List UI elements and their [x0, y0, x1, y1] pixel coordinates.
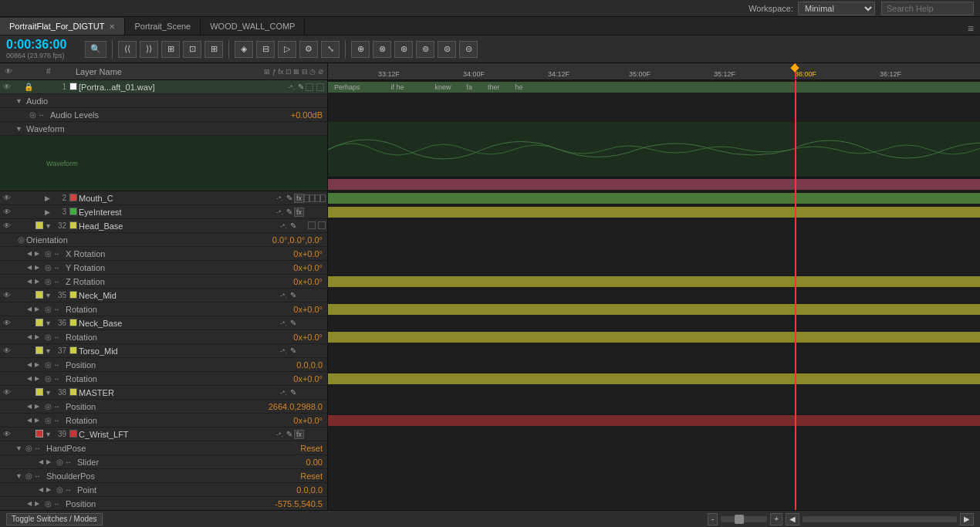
arrow-yrot-left[interactable]: ◀: [27, 264, 35, 271]
eye-39[interactable]: 👁: [2, 430, 12, 438]
arrow-mr-left[interactable]: ◀: [27, 417, 35, 424]
tab-close-0[interactable]: ✕: [109, 22, 115, 31]
settings-btn[interactable]: ⚙: [299, 41, 318, 58]
eye-36[interactable]: 👁: [2, 319, 12, 327]
eye-35[interactable]: 👁: [2, 291, 12, 299]
prop-neck-base-rot[interactable]: ◀ ▶ ◎ ↔ Rotation 0x+0.0°: [0, 330, 327, 344]
prop-master-rot[interactable]: ◀ ▶ ◎ ↔ Rotation 0x+0.0°: [0, 414, 327, 427]
prop-cwrist-pos[interactable]: ◀ ▶ ◎ ↔ Position -575.5,540.5: [0, 497, 327, 510]
arrow-tp-right[interactable]: ▶: [35, 361, 42, 368]
pencil-36: ✎: [290, 319, 296, 327]
arrow-nb-right[interactable]: ▶: [35, 333, 42, 340]
workspace-select[interactable]: Minimal: [798, 2, 875, 15]
eye-3[interactable]: 👁: [2, 208, 12, 216]
timeline-content[interactable]: Perhaps if he knew fa ther he: [328, 80, 980, 510]
expand-35: ▼: [45, 292, 51, 299]
tab-wood-wall[interactable]: WOOD_WALL_COMP: [201, 18, 305, 35]
tl-row-cwrist-rot: [328, 497, 980, 510]
fx-39[interactable]: fx: [294, 430, 304, 439]
arrow-tr-right[interactable]: ▶: [35, 375, 42, 382]
prop-audio-levels[interactable]: ◎ ↔ Audio Levels +0.00dB: [0, 108, 327, 122]
scroll-bar[interactable]: [803, 516, 957, 522]
toolbar-btn-extra1[interactable]: ⊕: [351, 41, 370, 58]
eye-37[interactable]: 👁: [2, 346, 12, 355]
arrow-mp-right[interactable]: ▶: [35, 403, 42, 410]
scroll-right-btn[interactable]: ▶: [960, 513, 974, 525]
prop-xrot[interactable]: ◀ ▶ ◎ ↔ X Rotation 0x+0.0°: [0, 247, 327, 261]
tab-portrait-flat[interactable]: PortraitFlat_For_DIGTUT ✕: [0, 18, 125, 35]
grid2-btn[interactable]: ⊞: [204, 41, 223, 58]
eye-2[interactable]: 👁: [2, 194, 12, 202]
comp-btn[interactable]: ◈: [235, 41, 253, 58]
layer-row-32[interactable]: 👁 ▼ 32 Head_Base -*. ✎: [0, 219, 327, 233]
grid-btn[interactable]: ⊞: [161, 41, 180, 58]
arrow-nm-right[interactable]: ▶: [35, 306, 42, 312]
layer-row-2[interactable]: 👁 ▶ 2 Mouth_C -*. ✎ fx: [0, 191, 327, 205]
arrow-nb-left[interactable]: ◀: [27, 333, 35, 340]
arrow-zrot-left[interactable]: ◀: [27, 278, 35, 285]
arrow-xrot-right[interactable]: ▶: [35, 250, 42, 257]
arrow-sl-left[interactable]: ◀: [39, 458, 46, 465]
motion-btn[interactable]: ⤡: [321, 41, 340, 58]
arrow-tr-left[interactable]: ◀: [27, 375, 35, 382]
zoom-in-btn[interactable]: +: [770, 513, 782, 525]
arrow-zrot-right[interactable]: ▶: [35, 278, 42, 285]
toolbar-btn-extra3[interactable]: ⊛: [394, 41, 413, 58]
arrow-pt-left[interactable]: ◀: [39, 486, 46, 493]
num-38: 38: [51, 388, 69, 397]
prop-master-pos[interactable]: ◀ ▶ ◎ ↔ Position 2664.0,2988.0: [0, 400, 327, 414]
toolbar-btn-extra2[interactable]: ⊗: [373, 41, 391, 58]
toolbar-btn-extra4[interactable]: ⊚: [416, 41, 434, 58]
scroll-left-btn[interactable]: ◀: [786, 513, 799, 525]
toolbar-btn-extra5[interactable]: ⊜: [438, 41, 456, 58]
arrow-yrot-right[interactable]: ▶: [35, 264, 42, 271]
arrow-cwp-left[interactable]: ◀: [27, 500, 35, 507]
tab-portrait-scene[interactable]: Portrait_Scene: [125, 18, 201, 35]
layer-row-37[interactable]: 👁 ▼ 37 Torso_Mid -*. ✎: [0, 344, 327, 358]
render-btn[interactable]: ▷: [278, 41, 296, 58]
layer-row-36[interactable]: 👁 ▼ 36 Neck_Base -*. ✎: [0, 316, 327, 330]
fx-2[interactable]: fx: [294, 194, 304, 203]
waveform-spacer: Waveform: [0, 136, 327, 191]
search-help-input[interactable]: [881, 2, 974, 15]
group-audio[interactable]: ▼ Audio: [0, 94, 327, 108]
next-keyframe-btn[interactable]: ⟩⟩: [140, 41, 158, 58]
toggle-switches-btn[interactable]: Toggle Switches / Modes: [6, 513, 103, 525]
arrow-nm-left[interactable]: ◀: [27, 306, 35, 312]
prop-slider[interactable]: ◀ ▶ ◎ ↔ Slider 0.00: [0, 455, 327, 469]
column-headers: 👁 # Layer Name ⊞ ƒ fx ⊡ ⊠ ⊟ ◷ ⊘ 33:12F 3…: [0, 63, 980, 80]
search-btn[interactable]: 🔍: [85, 41, 106, 58]
zoom-out-btn[interactable]: -: [708, 513, 718, 525]
prop-point[interactable]: ◀ ▶ ◎ ↔ Point 0.0,0.0: [0, 483, 327, 497]
eye-1[interactable]: 👁: [2, 83, 12, 91]
eye-32[interactable]: 👁: [2, 221, 12, 230]
toolbar-btn-extra6[interactable]: ⊝: [459, 41, 478, 58]
safe-zones-btn[interactable]: ⊡: [183, 41, 201, 58]
prop-zrot[interactable]: ◀ ▶ ◎ ↔ Z Rotation 0x+0.0°: [0, 275, 327, 289]
fx-3[interactable]: fx: [294, 208, 304, 217]
prop-shoulderpos[interactable]: ▼ ◎ ↔ ShoulderPos Reset: [0, 469, 327, 483]
layer-row-3[interactable]: 👁 ▶ 3 EyeInterest -*. ✎ fx: [0, 205, 327, 219]
prop-handpose[interactable]: ▼ ◎ ↔ HandPose Reset: [0, 441, 327, 455]
prop-yrot[interactable]: ◀ ▶ ◎ ↔ Y Rotation 0x+0.0°: [0, 261, 327, 275]
prop-torso-pos[interactable]: ◀ ▶ ◎ ↔ Position 0.0,0.0: [0, 358, 327, 372]
arrow-cwp-right[interactable]: ▶: [35, 500, 42, 507]
layer-btn[interactable]: ⊟: [256, 41, 275, 58]
arrow-mp-left[interactable]: ◀: [27, 403, 35, 410]
arrow-tp-left[interactable]: ◀: [27, 361, 35, 368]
eye-38[interactable]: 👁: [2, 388, 12, 397]
group-waveform[interactable]: ▼ Waveform: [0, 122, 327, 136]
layer-row-1[interactable]: 👁 🔒 1 [Portra...aft_01.wav] -*. ✎: [0, 80, 327, 94]
layer-row-35[interactable]: 👁 ▼ 35 Neck_Mid -*. ✎: [0, 289, 327, 302]
layer-row-38[interactable]: 👁 ▼ 38 MASTER -*. ✎: [0, 386, 327, 400]
arrow-mr-right[interactable]: ▶: [35, 417, 42, 424]
prop-neck-mid-rot[interactable]: ◀ ▶ ◎ ↔ Rotation 0x+0.0°: [0, 302, 327, 316]
layer-row-39[interactable]: 👁 ▼ 39 C_Wrist_LFT -*. ✎ fx: [0, 427, 327, 441]
arrow-pt-right[interactable]: ▶: [46, 486, 54, 493]
zoom-slider[interactable]: [721, 516, 767, 522]
prop-orientation[interactable]: ◎ Orientation 0.0°,0.0°,0.0°: [0, 233, 327, 247]
prop-torso-rot[interactable]: ◀ ▶ ◎ ↔ Rotation 0x+0.0°: [0, 372, 327, 386]
prev-keyframe-btn[interactable]: ⟨⟨: [118, 41, 137, 58]
arrow-xrot-left[interactable]: ◀: [27, 250, 35, 257]
arrow-sl-right[interactable]: ▶: [46, 458, 54, 465]
